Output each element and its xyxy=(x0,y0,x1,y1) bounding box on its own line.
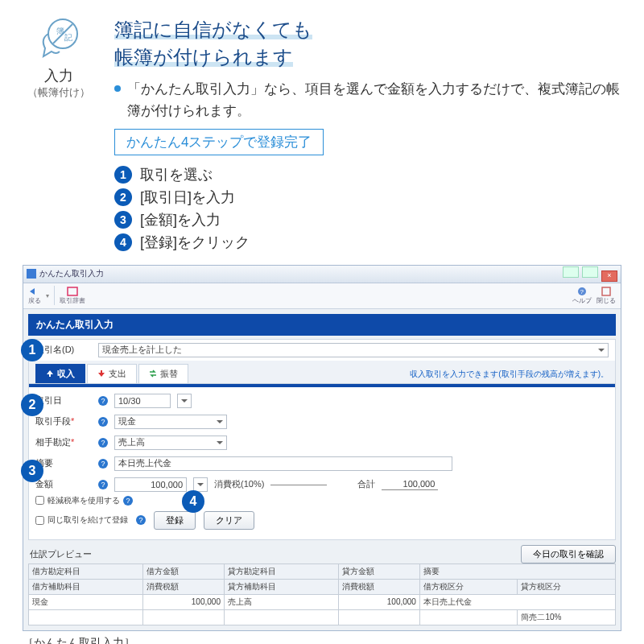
section-header: かんたん取引入力 xyxy=(28,314,616,336)
close-button[interactable]: × xyxy=(601,270,617,282)
promo-description: 「かんたん取引入力」なら、項目を選んで金額を入力するだけで、複式簿記の帳簿が付け… xyxy=(127,78,621,122)
th: 借方補助科目 xyxy=(29,579,143,594)
step-text: [金額]を入力 xyxy=(140,210,221,229)
transfer-icon xyxy=(149,369,157,378)
window-title: かんたん取引入力 xyxy=(39,268,104,279)
screenshot-caption: ［かんたん取引入力］ xyxy=(23,636,621,644)
today-transactions-button[interactable]: 今日の取引を確認 xyxy=(521,545,616,564)
amount-stepper[interactable] xyxy=(193,477,208,492)
reduced-tax-checkbox[interactable]: 軽減税率を使用する ? xyxy=(35,495,615,506)
svg-text:?: ? xyxy=(580,288,584,295)
table-row: 簡売二10% xyxy=(29,609,616,625)
step-badge: 3 xyxy=(114,211,132,229)
help-icon[interactable]: ? xyxy=(98,480,108,489)
bullet-icon xyxy=(114,85,121,92)
clear-button[interactable]: クリア xyxy=(204,511,254,530)
callout-badge-2: 2 xyxy=(21,394,43,416)
continue-checkbox[interactable]: 同じ取引を続けて登録 xyxy=(35,514,128,526)
minimize-button[interactable] xyxy=(563,266,579,278)
th: 摘要 xyxy=(419,564,615,579)
step-badge: 1 xyxy=(114,166,132,184)
date-label: 取引日 xyxy=(35,394,92,407)
tab-transfer[interactable]: 振替 xyxy=(138,364,188,383)
step-badge: 4 xyxy=(114,233,132,251)
tabs-hint: 収入取引を入力できます(取引手段の残高が増えます)。 xyxy=(410,369,609,383)
steps-title-box: かんたん4ステップで登録完了 xyxy=(114,129,324,155)
counter-input[interactable]: 売上高 xyxy=(114,436,227,450)
close-toolbar-button[interactable]: 閉じる xyxy=(597,287,616,305)
th: 貸方金額 xyxy=(339,564,420,579)
help-icon[interactable]: ? xyxy=(98,396,108,406)
promo-headline: 簿記に自信がなくても 帳簿が付けられます xyxy=(114,16,621,70)
app-window: かんたん取引入力 × 戻る ▾ xyxy=(23,265,621,631)
date-input[interactable]: 10/30 xyxy=(114,394,171,408)
tab-income[interactable]: 収入 xyxy=(35,364,85,383)
svg-text:簿: 簿 xyxy=(56,27,64,35)
th: 消費税額 xyxy=(143,579,225,594)
back-button[interactable]: 戻る xyxy=(28,287,41,305)
table-row: 現金 100,000 売上高 100,000 本日売上代金 xyxy=(29,594,616,609)
svg-text:記: 記 xyxy=(64,33,72,42)
th: 消費税額 xyxy=(339,579,420,594)
journal-button[interactable]: 取引辞書 xyxy=(60,287,85,305)
window-controls: × xyxy=(562,266,617,282)
feature-sublabel: （帳簿付け） xyxy=(23,85,95,100)
window-titlebar: かんたん取引入力 × xyxy=(23,266,621,283)
memo-input[interactable]: 本日売上代金 xyxy=(114,456,452,471)
maximize-button[interactable] xyxy=(582,266,598,278)
head-bookkeeping-icon: 簿 記 xyxy=(35,16,82,63)
tax-value xyxy=(270,484,327,485)
help-button[interactable]: ? ヘルプ xyxy=(572,287,592,305)
th: 借方勘定科目 xyxy=(29,564,143,579)
tab-expense[interactable]: 支出 xyxy=(87,364,137,383)
step-text: 取引を選ぶ xyxy=(140,165,213,184)
callout-badge-1: 1 xyxy=(21,339,43,361)
help-icon[interactable]: ? xyxy=(98,438,108,448)
date-dropdown[interactable] xyxy=(177,394,192,408)
th: 借方金額 xyxy=(143,564,225,579)
step-text: [登録]をクリック xyxy=(140,233,250,252)
step-badge: 2 xyxy=(114,188,132,206)
preview-title: 仕訳プレビュー xyxy=(28,545,93,564)
svg-rect-5 xyxy=(68,287,77,295)
tax-label: 消費税(10%) xyxy=(214,478,264,490)
register-button[interactable]: 登録 xyxy=(154,511,196,530)
th: 貸方勘定科目 xyxy=(224,564,338,579)
transaction-name-label: 取引名(D) xyxy=(35,344,92,356)
step-text: [取引日]を入力 xyxy=(140,188,235,207)
svg-rect-4 xyxy=(27,269,36,279)
method-label: 取引手段* xyxy=(35,415,92,427)
memo-label: 摘要 xyxy=(35,457,92,469)
th: 借方税区分 xyxy=(419,579,517,594)
feature-label: 入力 xyxy=(23,66,95,85)
method-input[interactable]: 現金 xyxy=(114,415,227,429)
amount-input[interactable]: 100,000 xyxy=(114,477,187,492)
help-icon[interactable]: ? xyxy=(136,515,146,525)
income-icon xyxy=(46,369,54,378)
counter-label: 相手勘定* xyxy=(35,436,92,448)
callout-badge-4: 4 xyxy=(182,490,204,513)
callout-badge-3: 3 xyxy=(21,460,43,482)
th: 貸方税区分 xyxy=(518,579,616,594)
expense-icon xyxy=(97,369,105,378)
amount-label: 金額 xyxy=(35,478,92,490)
preview-table: 借方勘定科目 借方金額 貸方勘定科目 貸方金額 摘要 借方補助科目 消費税額 貸… xyxy=(28,564,616,625)
feature-icon-block: 簿 記 入力 （帳簿付け） xyxy=(23,16,95,255)
svg-rect-8 xyxy=(602,287,610,295)
total-label: 合計 xyxy=(357,478,375,490)
th: 貸方補助科目 xyxy=(224,579,338,594)
help-icon[interactable]: ? xyxy=(98,417,108,427)
app-icon xyxy=(27,269,36,279)
transaction-name-input[interactable]: 現金売上を計上した xyxy=(98,343,609,357)
total-value: 100,000 xyxy=(382,479,438,490)
help-icon[interactable]: ? xyxy=(123,496,133,506)
help-icon[interactable]: ? xyxy=(98,459,108,469)
